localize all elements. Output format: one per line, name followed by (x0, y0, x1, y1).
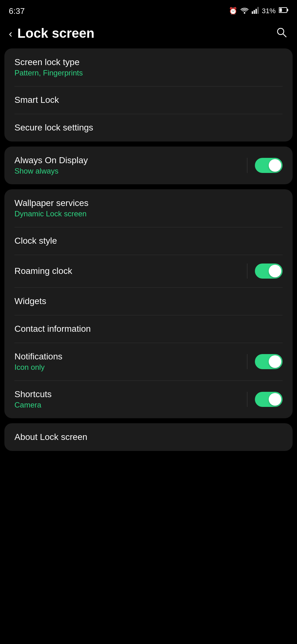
alarm-icon: ⏰ (229, 7, 237, 15)
setting-text-clock-style: Clock style (14, 236, 57, 246)
setting-item-widgets[interactable]: Widgets (4, 287, 293, 315)
setting-item-secure-lock-settings[interactable]: Secure lock settings (4, 114, 293, 142)
setting-item-notifications[interactable]: NotificationsIcon only (4, 343, 293, 380)
toggle-knob-always-on-display (269, 159, 281, 172)
setting-item-clock-style[interactable]: Clock style (4, 227, 293, 255)
setting-item-wallpaper-services[interactable]: Wallpaper servicesDynamic Lock screen (4, 189, 293, 227)
setting-item-about-lock-screen[interactable]: About Lock screen (4, 423, 293, 451)
setting-item-contact-information[interactable]: Contact information (4, 315, 293, 343)
toggle-notifications[interactable] (255, 354, 283, 369)
setting-title-secure-lock-settings: Secure lock settings (14, 123, 93, 133)
wifi-icon (240, 7, 249, 15)
setting-text-notifications: NotificationsIcon only (14, 352, 63, 372)
setting-text-secure-lock-settings: Secure lock settings (14, 123, 93, 133)
toggle-knob-roaming-clock (269, 265, 281, 277)
setting-item-smart-lock[interactable]: Smart Lock (4, 86, 293, 114)
setting-subtitle-notifications: Icon only (14, 363, 63, 372)
setting-title-shortcuts: Shortcuts (14, 389, 52, 399)
svg-rect-4 (257, 7, 259, 14)
svg-point-0 (244, 12, 245, 14)
toggle-divider-shortcuts (247, 392, 247, 407)
setting-text-widgets: Widgets (14, 296, 46, 306)
setting-title-about-lock-screen: About Lock screen (14, 432, 87, 442)
toggle-container-always-on-display (247, 158, 283, 173)
setting-subtitle-screen-lock-type: Pattern, Fingerprints (14, 69, 83, 77)
signal-icon (252, 7, 259, 15)
toggle-shortcuts[interactable] (255, 392, 283, 407)
setting-title-clock-style: Clock style (14, 236, 57, 246)
svg-rect-2 (254, 10, 255, 14)
toggle-divider-roaming-clock (247, 264, 247, 279)
battery-icon (279, 7, 288, 15)
status-bar: 6:37 ⏰ 31% (0, 0, 297, 20)
setting-title-smart-lock: Smart Lock (14, 95, 59, 105)
svg-point-8 (278, 28, 284, 35)
toggle-knob-notifications (269, 355, 281, 368)
toggle-always-on-display[interactable] (255, 158, 283, 173)
toggle-divider-always-on-display (247, 158, 247, 173)
header: ‹ Lock screen (0, 20, 297, 48)
setting-text-about-lock-screen: About Lock screen (14, 432, 87, 442)
setting-text-roaming-clock: Roaming clock (14, 266, 72, 276)
setting-title-contact-information: Contact information (14, 324, 91, 334)
setting-subtitle-always-on-display: Show always (14, 167, 88, 175)
status-icons: ⏰ 31% (229, 7, 288, 15)
setting-title-wallpaper-services: Wallpaper services (14, 198, 88, 208)
toggle-divider-notifications (247, 354, 247, 369)
section-display: Wallpaper servicesDynamic Lock screenClo… (4, 189, 293, 418)
setting-text-wallpaper-services: Wallpaper servicesDynamic Lock screen (14, 198, 88, 218)
setting-text-shortcuts: ShortcutsCamera (14, 389, 52, 409)
setting-text-screen-lock-type: Screen lock typePattern, Fingerprints (14, 57, 83, 77)
toggle-container-notifications (247, 354, 283, 369)
svg-rect-7 (287, 9, 288, 11)
setting-title-always-on-display: Always On Display (14, 155, 88, 165)
setting-item-screen-lock-type[interactable]: Screen lock typePattern, Fingerprints (4, 48, 293, 86)
toggle-container-shortcuts (247, 392, 283, 407)
setting-text-contact-information: Contact information (14, 324, 91, 334)
page-title: Lock screen (17, 26, 94, 41)
svg-rect-3 (256, 9, 257, 14)
setting-title-screen-lock-type: Screen lock type (14, 57, 83, 67)
back-button[interactable]: ‹ (9, 27, 12, 40)
setting-title-roaming-clock: Roaming clock (14, 266, 72, 276)
section-security: Screen lock typePattern, FingerprintsSma… (4, 48, 293, 142)
setting-subtitle-shortcuts: Camera (14, 401, 52, 409)
setting-item-always-on-display[interactable]: Always On DisplayShow always (4, 147, 293, 184)
svg-rect-6 (279, 8, 282, 12)
status-time: 6:37 (9, 6, 25, 16)
toggle-roaming-clock[interactable] (255, 264, 283, 279)
setting-title-notifications: Notifications (14, 352, 63, 362)
search-button[interactable] (276, 26, 287, 40)
section-always-on: Always On DisplayShow always (4, 147, 293, 184)
setting-text-smart-lock: Smart Lock (14, 95, 59, 105)
toggle-knob-shortcuts (269, 393, 281, 406)
setting-title-widgets: Widgets (14, 296, 46, 306)
svg-rect-1 (252, 11, 253, 14)
setting-item-roaming-clock[interactable]: Roaming clock (4, 255, 293, 287)
header-left: ‹ Lock screen (9, 26, 94, 41)
setting-subtitle-wallpaper-services: Dynamic Lock screen (14, 209, 88, 218)
svg-line-9 (283, 34, 286, 37)
battery-text: 31% (262, 7, 276, 15)
setting-item-shortcuts[interactable]: ShortcutsCamera (4, 380, 293, 418)
section-about: About Lock screen (4, 423, 293, 451)
setting-text-always-on-display: Always On DisplayShow always (14, 155, 88, 175)
toggle-container-roaming-clock (247, 264, 283, 279)
